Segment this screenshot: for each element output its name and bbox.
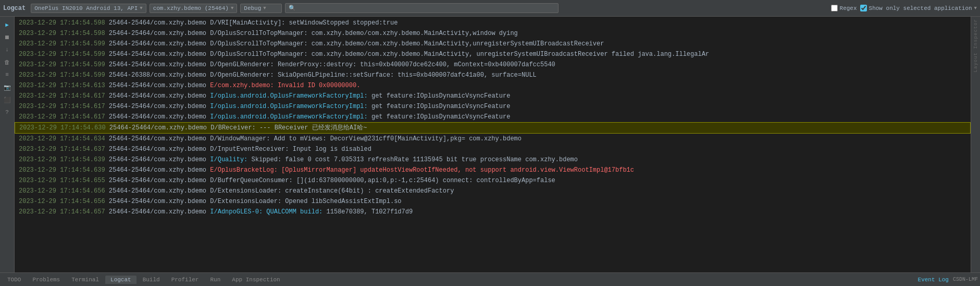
regex-label-text: Regex: [840, 5, 857, 11]
log-line: 2023-12-29 17:14:54.637 25464-25464/com.…: [15, 144, 971, 154]
toolbar: Logcat OnePlus IN2010 Android 13, API ▼ …: [0, 0, 980, 17]
bottom-tab-build[interactable]: Build: [138, 276, 165, 284]
app-dropdown-arrow: ▼: [231, 6, 233, 11]
search-box[interactable]: 🔍: [285, 3, 559, 13]
log-line: 2023-12-29 17:14:54.655 25464-25464/com.…: [15, 175, 971, 186]
regex-toggle[interactable]: Regex: [831, 5, 857, 11]
sidebar-video-icon[interactable]: ⬛: [2, 94, 13, 105]
sidebar-run-icon[interactable]: ▶: [2, 19, 13, 30]
log-line: 2023-12-29 17:14:54.598 25464-25464/com.…: [15, 18, 971, 28]
log-line: 2023-12-29 17:14:54.613 25464-25464/com.…: [15, 80, 971, 91]
device-label: OnePlus IN2010 Android 13, API: [34, 5, 138, 11]
log-line: 2023-12-29 17:14:54.599 25464-25464/com.…: [15, 49, 971, 59]
bottom-tab-logcat[interactable]: Logcat: [105, 276, 137, 284]
log-line: 2023-12-29 17:14:54.639 25464-25464/com.…: [15, 154, 971, 165]
log-line: 2023-12-29 17:14:54.598 25464-25464/com.…: [15, 28, 971, 39]
log-line: 2023-12-29 17:14:54.639 25464-25464/com.…: [15, 165, 971, 175]
level-dropdown-arrow: ▼: [263, 6, 266, 11]
bottom-tab-profiler[interactable]: Profiler: [166, 276, 204, 284]
log-line: 2023-12-29 17:14:54.599 25464-25464/com.…: [15, 59, 971, 70]
log-line: 2023-12-29 17:14:54.656 25464-25464/com.…: [15, 186, 971, 196]
sidebar-filter-icon[interactable]: ≡: [2, 69, 13, 80]
device-selector[interactable]: OnePlus IN2010 Android 13, API ▼: [31, 4, 146, 13]
event-log-link[interactable]: Event Log: [918, 277, 949, 283]
search-icon: 🔍: [289, 5, 296, 11]
regex-checkbox[interactable]: [831, 5, 838, 11]
bottom-tab-run[interactable]: Run: [205, 276, 226, 284]
log-line: 2023-12-29 17:14:54.617 25464-25464/com.…: [15, 101, 971, 112]
bottom-tab-app-inspection[interactable]: App Inspection: [227, 276, 285, 284]
right-sidebar: Layout Inspector: [971, 17, 980, 272]
bottom-tab-terminal[interactable]: Terminal: [66, 276, 104, 284]
search-input[interactable]: [298, 5, 555, 11]
app-title: Logcat: [3, 5, 26, 12]
log-line: 2023-12-29 17:14:54.617 25464-25464/com.…: [15, 112, 971, 122]
sidebar-scroll-end-icon[interactable]: ↓: [2, 44, 13, 55]
show-only-dropdown-arrow: ▼: [974, 6, 977, 11]
csdn-label: CSDN-LMF: [953, 277, 978, 282]
level-label: Debug: [244, 5, 261, 11]
sidebar-clear-icon[interactable]: 🗑: [2, 56, 13, 68]
log-line: 2023-12-29 17:14:54.599 25464-25464/com.…: [15, 39, 971, 49]
bottom-bar: TODOProblemsTerminalLogcatBuildProfilerR…: [0, 272, 980, 286]
show-only-label-text: Show only selected application: [869, 5, 972, 11]
log-line: 2023-12-29 17:14:54.657 25464-25464/com.…: [15, 207, 971, 217]
show-only-checkbox[interactable]: [860, 5, 867, 11]
bottom-tab-problems[interactable]: Problems: [27, 276, 65, 284]
bottom-right-area: Event Log CSDN-LMF: [918, 277, 978, 283]
log-line: 2023-12-29 17:14:54.630 25464-25464/com.…: [15, 122, 971, 134]
sidebar-screenshot-icon[interactable]: 📷: [2, 81, 13, 93]
right-sidebar-text: Layout Inspector: [973, 19, 978, 72]
log-level-selector[interactable]: Debug ▼: [240, 4, 282, 13]
left-sidebar: ▶ ⏹ ↓ 🗑 ≡ 📷 ⬛ ?: [0, 17, 15, 272]
app-package-label: com.xzhy.bdemo (25464): [153, 5, 229, 11]
bottom-tab-todo[interactable]: TODO: [2, 276, 26, 284]
log-area[interactable]: 2023-12-29 17:14:54.598 25464-25464/com.…: [15, 17, 971, 272]
sidebar-stop-icon[interactable]: ⏹: [2, 31, 13, 43]
sidebar-help-icon[interactable]: ?: [2, 106, 13, 118]
main-area: ▶ ⏹ ↓ 🗑 ≡ 📷 ⬛ ? 2023-12-29 17:14:54.598 …: [0, 17, 980, 272]
log-line: 2023-12-29 17:14:54.599 25464-26388/com.…: [15, 70, 971, 80]
show-only-selected-toggle[interactable]: Show only selected application ▼: [860, 5, 977, 11]
device-dropdown-arrow: ▼: [140, 6, 142, 11]
log-line: 2023-12-29 17:14:54.656 25464-25464/com.…: [15, 196, 971, 207]
log-line: 2023-12-29 17:14:54.634 25464-25464/com.…: [15, 134, 971, 144]
app-selector[interactable]: com.xzhy.bdemo (25464) ▼: [150, 4, 238, 13]
log-line: 2023-12-29 17:14:54.617 25464-25464/com.…: [15, 91, 971, 101]
